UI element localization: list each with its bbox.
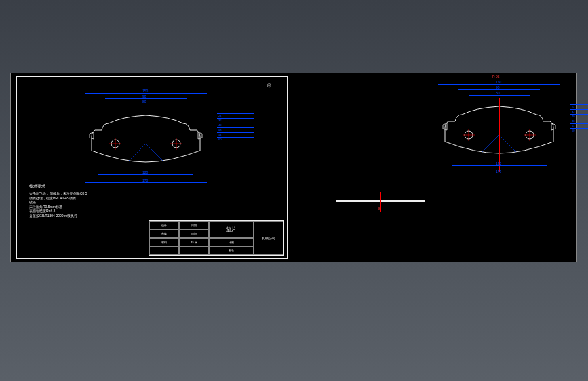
tb-cell: 图号 xyxy=(209,247,254,256)
tb-cell xyxy=(149,247,179,256)
part-view-front-left: 150 90 80 xyxy=(78,93,214,174)
dim-value: 40 xyxy=(217,123,254,127)
centerline-vertical xyxy=(380,192,381,212)
note-line: 公差按GB/T1804-2000 m级执行 xyxy=(29,214,87,218)
svg-line-7 xyxy=(146,144,163,161)
tb-cell: 日期 xyxy=(179,230,209,239)
dim-stack-right: 24 32 40 48 54 60 xyxy=(217,113,254,142)
dim-value: 32 xyxy=(217,118,254,123)
dim-top-3 xyxy=(469,95,530,96)
dim-value: 170 xyxy=(142,178,148,182)
notes-heading: 技术要求 xyxy=(29,184,87,190)
tb-part-name: 垫片 xyxy=(209,221,254,238)
tb-cell: 45 钢 xyxy=(179,238,209,247)
dim-value: 60 xyxy=(217,137,254,142)
title-block: 设计 日期 垫片 机械公司 审核 日期 材料 45 钢 比例 图号 xyxy=(149,220,284,256)
tb-cell: 设计 xyxy=(149,221,179,230)
dim-value: 48 xyxy=(217,127,254,132)
svg-line-15 xyxy=(499,135,516,152)
dim-top-1 xyxy=(438,84,560,85)
svg-line-6 xyxy=(129,144,146,161)
dim-value: 150 xyxy=(496,80,501,84)
dim-top-2 xyxy=(105,98,187,99)
dim-value: 80 xyxy=(142,100,146,104)
tb-cell: 日期 xyxy=(179,221,209,230)
dim-value: 24 xyxy=(217,113,254,118)
dim-value: 120 xyxy=(496,161,501,165)
dim-value: 40 xyxy=(570,114,588,119)
compass-icon: ⊕ xyxy=(267,82,273,89)
part-view-side: 8 xyxy=(336,192,425,212)
dim-value: 170 xyxy=(496,169,501,174)
dim-radius: R 95 xyxy=(492,75,500,79)
dim-value: 60 xyxy=(570,128,588,133)
dim-value: 24 xyxy=(570,104,588,109)
dim-bottom-2 xyxy=(438,174,560,174)
dim-top-3 xyxy=(115,104,176,104)
tb-cell: 材料 xyxy=(149,238,179,247)
note-line: 去毛刺飞边，倒棱角，未注明倒角C0.5 xyxy=(29,191,87,196)
dim-value: 48 xyxy=(570,119,588,123)
svg-line-14 xyxy=(482,135,499,152)
dim-value: 90 xyxy=(496,85,500,89)
tb-cell: 比例 xyxy=(209,238,254,247)
tb-cell: 审核 xyxy=(149,230,179,239)
dim-top-1 xyxy=(85,93,207,94)
dim-stack-right: 24 32 40 48 54 60 xyxy=(570,104,588,133)
dim-value: 80 xyxy=(496,91,500,95)
tb-cell xyxy=(179,247,209,256)
drawing-frame-left: ⊕ 150 90 80 xyxy=(16,76,288,259)
dim-value: 150 xyxy=(142,89,148,93)
dim-value: 120 xyxy=(142,170,148,174)
dim-value: 32 xyxy=(570,109,588,114)
cad-workspace[interactable]: ⊕ 150 90 80 xyxy=(10,73,577,262)
centerline-horizontal xyxy=(374,201,387,201)
dim-value: 54 xyxy=(570,123,588,128)
tb-company: 机械公司 xyxy=(254,221,283,255)
dim-bottom-2 xyxy=(85,182,207,183)
part-view-front-right: R 95 150 90 80 24 32 xyxy=(431,84,567,165)
dim-value: 90 xyxy=(142,94,146,98)
dim-value: 54 xyxy=(217,132,254,137)
dim-top-2 xyxy=(458,89,540,90)
dim-bottom-1 xyxy=(452,165,547,166)
dim-bottom-1 xyxy=(98,174,193,175)
technical-notes: 技术要求 去毛刺飞边，倒棱角，未注明倒角C0.5 调质处理，硬度HRC40-45… xyxy=(29,184,87,218)
dim-thickness: 8 xyxy=(378,207,380,211)
